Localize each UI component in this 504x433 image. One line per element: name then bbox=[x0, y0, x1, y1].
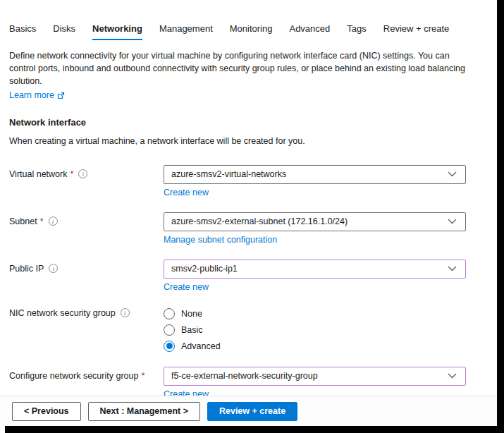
nic-nsg-option-basic[interactable]: Basic bbox=[164, 324, 466, 336]
learn-more-link[interactable]: Learn more bbox=[9, 89, 65, 102]
external-link-icon bbox=[57, 92, 65, 99]
tab-monitoring[interactable]: Monitoring bbox=[230, 23, 273, 40]
radio-advanced-label: Advanced bbox=[181, 341, 221, 351]
info-icon[interactable]: i bbox=[49, 216, 58, 226]
virtual-network-value: azure-smsv2-virtual-networks bbox=[171, 169, 286, 179]
wizard-tab-bar: Basics Disks Networking Management Monit… bbox=[9, 23, 504, 40]
field-row-virtual-network: Virtual network * i azure-smsv2-virtual-… bbox=[9, 165, 504, 198]
virtual-network-label-text: Virtual network bbox=[9, 169, 67, 179]
networking-form: Virtual network * i azure-smsv2-virtual-… bbox=[9, 165, 504, 433]
field-row-public-ip: Public IP i smsv2-public-ip1 Create new bbox=[9, 260, 504, 293]
tab-basics[interactable]: Basics bbox=[9, 23, 36, 40]
public-ip-dropdown[interactable]: smsv2-public-ip1 bbox=[164, 260, 466, 279]
section-subtitle: When creating a virtual machine, a netwo… bbox=[9, 136, 504, 146]
radio-none-label: None bbox=[181, 309, 202, 319]
radio-basic-label: Basic bbox=[181, 325, 203, 335]
info-icon[interactable]: i bbox=[121, 308, 130, 317]
public-ip-value: smsv2-public-ip1 bbox=[171, 264, 238, 274]
field-row-configure-nsg: Configure network security group * f5-ce… bbox=[9, 367, 504, 400]
manage-subnet-configuration-link[interactable]: Manage subnet configuration bbox=[164, 235, 277, 245]
nic-nsg-label: NIC network security group i bbox=[9, 307, 164, 318]
info-icon[interactable]: i bbox=[49, 264, 58, 273]
configure-nsg-label: Configure network security group * bbox=[9, 367, 164, 381]
subnet-label-text: Subnet bbox=[9, 216, 37, 226]
configure-nsg-label-text: Configure network security group bbox=[9, 371, 138, 381]
wizard-footer: < Previous Next : Management > Review + … bbox=[0, 396, 497, 426]
chevron-down-icon bbox=[448, 171, 457, 177]
radio-advanced[interactable] bbox=[164, 341, 175, 352]
info-icon[interactable]: i bbox=[78, 169, 87, 178]
public-ip-create-new-link[interactable]: Create new bbox=[164, 282, 209, 292]
public-ip-label-text: Public IP bbox=[9, 264, 44, 274]
window-edge-right bbox=[497, 0, 504, 433]
tab-review-create[interactable]: Review + create bbox=[383, 23, 450, 40]
required-asterisk: * bbox=[70, 169, 73, 179]
nic-nsg-option-none[interactable]: None bbox=[164, 308, 466, 319]
virtual-network-dropdown[interactable]: azure-smsv2-virtual-networks bbox=[164, 165, 466, 184]
tab-tags[interactable]: Tags bbox=[347, 23, 366, 40]
required-asterisk: * bbox=[40, 216, 44, 226]
section-title: Network interface bbox=[9, 117, 504, 128]
subnet-value: azure-smsv2-external-subnet (172.16.1.0/… bbox=[171, 216, 348, 226]
tab-management[interactable]: Management bbox=[159, 23, 213, 40]
chevron-down-icon bbox=[448, 373, 457, 379]
tab-advanced[interactable]: Advanced bbox=[289, 23, 330, 40]
next-management-button[interactable]: Next : Management > bbox=[88, 402, 200, 421]
subnet-label: Subnet * i bbox=[9, 212, 164, 226]
field-row-subnet: Subnet * i azure-smsv2-external-subnet (… bbox=[9, 212, 504, 245]
radio-none[interactable] bbox=[164, 308, 175, 319]
review-create-button[interactable]: Review + create bbox=[207, 402, 297, 421]
subnet-dropdown[interactable]: azure-smsv2-external-subnet (172.16.1.0/… bbox=[164, 212, 466, 231]
learn-more-label: Learn more bbox=[9, 89, 54, 102]
virtual-network-create-new-link[interactable]: Create new bbox=[164, 188, 209, 197]
chevron-down-icon bbox=[448, 266, 457, 272]
required-asterisk: * bbox=[141, 371, 145, 381]
tab-description: Define network connectivity for your vir… bbox=[9, 49, 474, 102]
previous-button[interactable]: < Previous bbox=[12, 402, 81, 421]
window-edge-bottom bbox=[5, 426, 504, 433]
chevron-down-icon bbox=[448, 219, 457, 224]
configure-nsg-dropdown[interactable]: f5-ce-external-network-security-group bbox=[164, 367, 466, 386]
configure-nsg-value: f5-ce-external-network-security-group bbox=[171, 371, 318, 381]
nic-nsg-option-advanced[interactable]: Advanced bbox=[164, 341, 466, 352]
tab-description-text: Define network connectivity for your vir… bbox=[9, 51, 465, 86]
radio-basic[interactable] bbox=[164, 324, 175, 336]
tab-networking[interactable]: Networking bbox=[92, 23, 142, 40]
field-row-nic-nsg: NIC network security group i None Basic … bbox=[9, 307, 504, 357]
tab-disks[interactable]: Disks bbox=[53, 23, 75, 40]
public-ip-label: Public IP i bbox=[9, 260, 164, 274]
virtual-network-label: Virtual network * i bbox=[9, 165, 164, 179]
nic-nsg-label-text: NIC network security group bbox=[9, 308, 116, 318]
